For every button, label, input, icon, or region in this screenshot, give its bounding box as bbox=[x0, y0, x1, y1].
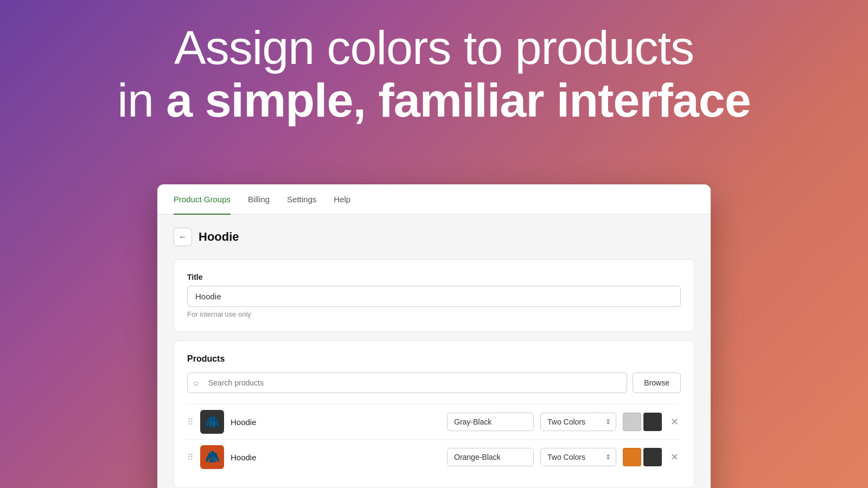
nav-bar: Product Groups Billing Settings Help bbox=[157, 184, 711, 215]
back-button[interactable]: ← bbox=[174, 228, 192, 246]
nav-help[interactable]: Help bbox=[334, 185, 350, 215]
hero-line1: Assign colors to products bbox=[174, 21, 694, 74]
remove-button[interactable]: ✕ bbox=[668, 450, 681, 464]
title-field-label: Title bbox=[187, 273, 681, 281]
search-wrapper: ⌕ bbox=[187, 373, 627, 393]
drag-handle-icon[interactable]: ⠿ bbox=[187, 452, 194, 463]
type-select[interactable]: One Color Two Colors Three Colors Four C… bbox=[540, 448, 616, 466]
color-name-input[interactable] bbox=[447, 448, 534, 466]
title-input[interactable] bbox=[187, 286, 681, 307]
search-row: ⌕ Browse bbox=[187, 373, 681, 393]
remove-button[interactable]: ✕ bbox=[668, 415, 681, 429]
color-name-input[interactable] bbox=[447, 413, 534, 431]
swatch-2[interactable] bbox=[643, 413, 662, 431]
swatch-1[interactable] bbox=[623, 448, 641, 466]
search-input[interactable] bbox=[187, 373, 627, 393]
product-name: Hoodie bbox=[231, 418, 441, 427]
hero-line2-bold: a simple, familiar interface bbox=[166, 73, 750, 127]
browse-button[interactable]: Browse bbox=[633, 373, 681, 393]
table-row: ⠿ 🧥 Hoodie One Color Two Colors Three Co… bbox=[187, 439, 681, 474]
products-card: Products ⌕ Browse ⠿ 🧥 Hoodie One Color bbox=[174, 341, 694, 488]
type-select-wrapper: One Color Two Colors Three Colors Four C… bbox=[540, 448, 616, 466]
product-thumbnail: 🧥 bbox=[200, 410, 224, 434]
nav-billing[interactable]: Billing bbox=[248, 185, 270, 215]
nav-settings[interactable]: Settings bbox=[287, 185, 316, 215]
title-hint: For internal use only bbox=[187, 310, 681, 318]
swatch-2[interactable] bbox=[643, 448, 662, 466]
color-swatches bbox=[623, 448, 662, 466]
table-row: ⠿ 🧥 Hoodie One Color Two Colors Three Co… bbox=[187, 404, 681, 439]
page-title: Hoodie bbox=[199, 230, 239, 244]
product-name: Hoodie bbox=[231, 453, 441, 462]
color-swatches bbox=[623, 413, 662, 431]
product-thumbnail: 🧥 bbox=[200, 445, 224, 469]
search-icon: ⌕ bbox=[194, 378, 199, 388]
title-card: Title For internal use only bbox=[174, 259, 694, 332]
products-section-title: Products bbox=[187, 354, 681, 364]
hero-section: Assign colors to products in a simple, f… bbox=[0, 22, 868, 127]
type-select[interactable]: One Color Two Colors Three Colors Four C… bbox=[540, 413, 616, 431]
type-select-wrapper: One Color Two Colors Three Colors Four C… bbox=[540, 413, 616, 431]
app-window: Product Groups Billing Settings Help ← H… bbox=[157, 184, 711, 488]
page-header: ← Hoodie bbox=[174, 228, 694, 246]
nav-product-groups[interactable]: Product Groups bbox=[174, 185, 231, 215]
swatch-1[interactable] bbox=[623, 413, 641, 431]
page-content: ← Hoodie Title For internal use only Pro… bbox=[157, 215, 711, 488]
hero-line2-normal: in bbox=[117, 73, 166, 127]
drag-handle-icon[interactable]: ⠿ bbox=[187, 417, 194, 427]
